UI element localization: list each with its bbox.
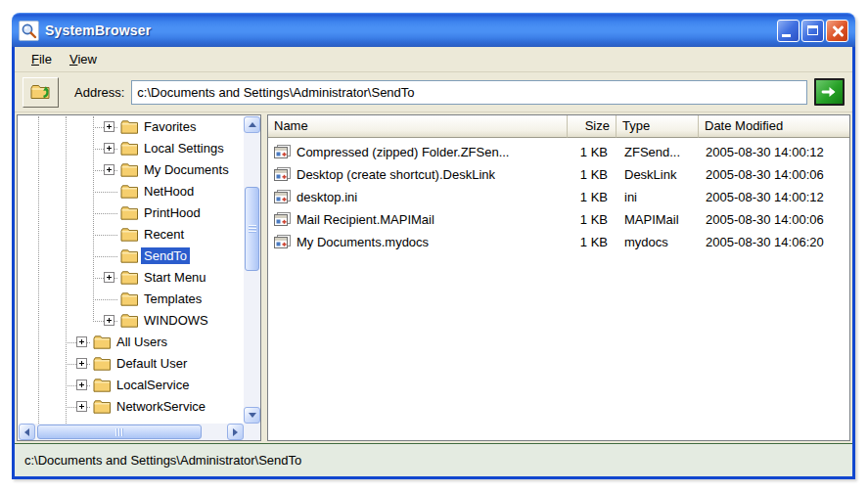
tree-item[interactable]: SendTo xyxy=(19,246,244,267)
titlebar[interactable]: SystemBrowser xyxy=(12,13,855,47)
expander-plus-icon[interactable] xyxy=(76,401,87,412)
table-row[interactable]: Desktop (create shortcut).DeskLink 1 KB … xyxy=(268,163,849,186)
file-type: ZFSend... xyxy=(617,145,699,159)
list-header: Name Size Type Date Modified xyxy=(268,115,849,138)
folder-icon xyxy=(120,248,139,264)
statusbar: c:\Documents and Settings\Administrator\… xyxy=(15,443,852,476)
tree-item[interactable]: Favorites xyxy=(19,116,244,138)
tree-item[interactable]: My Documents xyxy=(19,159,244,181)
expander-plus-icon[interactable] xyxy=(104,272,114,283)
tree-connector xyxy=(93,235,117,236)
tree-item-label: Recent xyxy=(141,226,187,243)
file-type: mydocs xyxy=(617,235,699,249)
file-size: 1 KB xyxy=(568,235,617,249)
chevron-down-icon xyxy=(249,413,256,418)
address-input[interactable] xyxy=(131,80,807,105)
tree-item[interactable]: NetworkService xyxy=(19,396,244,418)
tree-item-label: Local Settings xyxy=(141,140,227,157)
tree-horizontal-scrollbar[interactable] xyxy=(19,424,244,440)
folder-icon xyxy=(120,184,139,200)
column-header-type[interactable]: Type xyxy=(617,115,699,138)
tree-item-label: NetworkService xyxy=(114,398,208,415)
expander-plus-icon[interactable] xyxy=(76,336,87,347)
tree-connector xyxy=(93,299,117,300)
window-title: SystemBrowser xyxy=(45,22,151,38)
expander-plus-icon[interactable] xyxy=(104,315,114,326)
tree-item-label: Templates xyxy=(141,291,205,307)
up-one-level-button[interactable] xyxy=(23,77,59,108)
menubar: File View xyxy=(15,47,852,72)
scroll-right-button[interactable] xyxy=(227,424,244,440)
folder-up-icon xyxy=(29,81,53,103)
folder-icon xyxy=(120,119,139,135)
thumb-grip xyxy=(249,225,256,234)
table-row[interactable]: My Documents.mydocs 1 KB mydocs 2005-08-… xyxy=(268,231,849,253)
tree-item[interactable]: PrintHood xyxy=(19,202,244,224)
vertical-scroll-thumb[interactable] xyxy=(245,187,259,271)
tree-item[interactable]: Local Settings xyxy=(19,138,244,159)
column-header-name[interactable]: Name xyxy=(268,115,568,138)
tree-vertical-scrollbar[interactable] xyxy=(244,116,260,424)
tree-item[interactable]: LocalService xyxy=(19,375,244,396)
scroll-down-button[interactable] xyxy=(244,407,260,424)
tree-item-label: NetHood xyxy=(141,183,197,200)
table-row[interactable]: Compressed (zipped) Folder.ZFSen... 1 KB… xyxy=(268,141,849,163)
tree-connector xyxy=(93,256,117,257)
column-header-size[interactable]: Size xyxy=(568,115,617,138)
file-name: My Documents.mydocs xyxy=(297,235,429,249)
scroll-left-button[interactable] xyxy=(19,424,35,440)
maximize-button[interactable] xyxy=(801,20,824,42)
table-row[interactable]: Mail Recipient.MAPIMail 1 KB MAPIMail 20… xyxy=(268,208,849,231)
horizontal-scroll-thumb[interactable] xyxy=(37,425,202,439)
column-header-date-modified[interactable]: Date Modified xyxy=(699,115,849,138)
go-button[interactable] xyxy=(814,78,845,106)
close-button[interactable] xyxy=(826,20,848,42)
folder-icon xyxy=(93,356,112,372)
expander-plus-icon[interactable] xyxy=(76,358,87,369)
file-name: desktop.ini xyxy=(297,190,357,204)
expander-plus-icon[interactable] xyxy=(76,380,87,390)
tree-item-label: PrintHood xyxy=(141,204,204,221)
expander-plus-icon[interactable] xyxy=(104,121,114,132)
minimize-button[interactable] xyxy=(777,20,799,42)
folder-icon xyxy=(93,335,112,350)
tree-item-label: All Users xyxy=(114,334,170,350)
folder-icon xyxy=(120,141,139,157)
file-icon xyxy=(274,190,291,204)
tree-items: Favorites Local Settings My Documents xyxy=(19,116,244,418)
tree-item[interactable]: Templates xyxy=(19,289,244,310)
tree-item[interactable]: All Users xyxy=(19,332,244,353)
folder-icon xyxy=(120,291,139,307)
window-frame: File View Address: xyxy=(12,47,855,479)
file-type: MAPIMail xyxy=(617,212,699,227)
menu-item-view[interactable]: View xyxy=(61,49,106,69)
expander-plus-icon[interactable] xyxy=(104,164,114,175)
file-date-modified: 2005-08-30 14:00:06 xyxy=(699,167,849,182)
status-text: c:\Documents and Settings\Administrator\… xyxy=(24,453,301,468)
file-name-cell: desktop.ini xyxy=(268,190,568,204)
tree-item[interactable]: Recent xyxy=(19,224,244,246)
file-name-cell: My Documents.mydocs xyxy=(268,235,568,249)
file-list-panel: Name Size Type Date Modified Compressed … xyxy=(267,114,850,441)
scrollbar-corner xyxy=(244,424,260,440)
tree-item-label: WINDOWS xyxy=(141,312,211,329)
folder-icon xyxy=(93,378,112,393)
menu-item-file[interactable]: File xyxy=(23,49,61,69)
file-icon xyxy=(274,167,291,182)
minimize-icon xyxy=(782,34,791,37)
table-row[interactable]: desktop.ini 1 KB ini 2005-08-30 14:00:12 xyxy=(268,186,849,208)
tree-connector xyxy=(93,192,117,193)
file-date-modified: 2005-08-30 14:06:20 xyxy=(699,235,849,249)
tree-item[interactable]: Default User xyxy=(19,353,244,375)
maximize-icon xyxy=(807,25,818,35)
tree-item[interactable]: Start Menu xyxy=(19,267,244,289)
scroll-up-button[interactable] xyxy=(244,116,260,133)
expander-plus-icon[interactable] xyxy=(104,143,114,154)
tree-item-label: LocalService xyxy=(114,377,192,393)
thumb-grip xyxy=(115,428,124,436)
tree-item[interactable]: NetHood xyxy=(19,181,244,202)
file-date-modified: 2005-08-30 14:00:12 xyxy=(699,190,849,204)
file-size: 1 KB xyxy=(568,167,617,182)
tree-item[interactable]: WINDOWS xyxy=(19,310,244,332)
file-name: Mail Recipient.MAPIMail xyxy=(297,212,434,227)
